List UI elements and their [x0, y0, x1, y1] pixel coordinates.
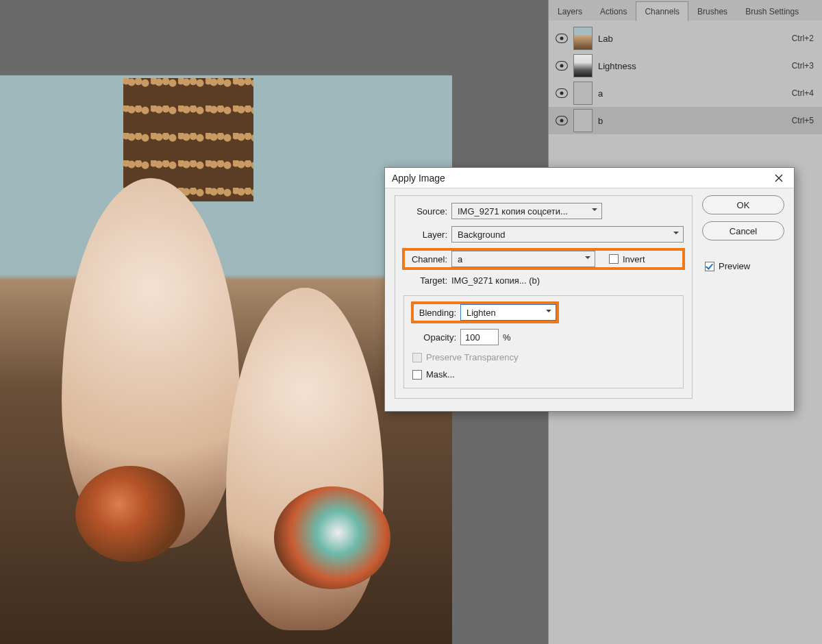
dialog-left-group: Source: IMG_9271 копия соцсети... Layer:…: [395, 195, 693, 399]
channel-shortcut: Ctrl+5: [792, 116, 814, 125]
visibility-icon[interactable]: [556, 116, 568, 125]
layer-label: Layer:: [403, 230, 447, 240]
channel-label: a: [598, 88, 786, 99]
visibility-icon[interactable]: [556, 61, 568, 71]
channel-thumb: [573, 54, 593, 77]
source-value: IMG_9271 копия соцсети...: [458, 206, 568, 216]
tab-layers[interactable]: Layers: [549, 1, 591, 21]
chevron-down-icon: [546, 310, 551, 315]
channel-shortcut: Ctrl+3: [792, 61, 814, 71]
dialog-title: Apply Image: [392, 173, 445, 184]
opacity-value: 100: [465, 332, 480, 343]
channel-row-lab[interactable]: Lab Ctrl+2: [549, 25, 822, 52]
cancel-button[interactable]: Cancel: [702, 221, 784, 240]
blending-value: Lighten: [466, 308, 496, 318]
channel-label: b: [598, 116, 786, 126]
ok-button[interactable]: OK: [702, 195, 784, 214]
channel-label: Lab: [598, 34, 786, 44]
blending-row-highlight: Blending: Lighten: [412, 303, 558, 322]
target-label: Target:: [403, 275, 447, 286]
source-label: Source:: [403, 206, 447, 216]
panel-tab-bar: Layers Actions Channels Brushes Brush Se…: [549, 0, 822, 21]
channel-shortcut: Ctrl+4: [792, 88, 814, 98]
visibility-icon[interactable]: [556, 34, 568, 43]
apply-image-dialog: Apply Image Source: IMG_9271 копия соцсе…: [384, 167, 795, 412]
preserve-transparency-label: Preserve Transparency: [426, 352, 518, 362]
channel-row-highlight: Channel: a Invert: [403, 249, 684, 269]
channel-thumb: [573, 27, 593, 50]
tab-channels[interactable]: Channels: [636, 1, 688, 21]
channel-row-a[interactable]: a Ctrl+4: [549, 79, 822, 107]
photo-decor: [274, 486, 390, 589]
mask-checkbox[interactable]: [412, 370, 422, 380]
opacity-input[interactable]: 100: [460, 329, 499, 345]
chevron-down-icon: [585, 256, 590, 262]
visibility-icon[interactable]: [556, 88, 568, 98]
blending-select[interactable]: Lighten: [460, 304, 556, 321]
close-icon[interactable]: [765, 169, 793, 188]
preview-checkbox[interactable]: [705, 262, 714, 271]
mask-label: Mask...: [426, 369, 455, 380]
channel-label: Lightness: [598, 61, 786, 71]
channel-row-b[interactable]: b Ctrl+5: [549, 107, 822, 134]
layer-select[interactable]: Background: [451, 226, 684, 243]
channels-list: Lab Ctrl+2 Lightness Ctrl+3 a Ctrl+4 b C…: [549, 21, 822, 138]
channel-row-lightness[interactable]: Lightness Ctrl+3: [549, 52, 822, 79]
opacity-label: Opacity:: [412, 332, 456, 343]
preview-label: Preview: [719, 261, 750, 271]
chevron-down-icon: [673, 232, 679, 237]
blending-group: Blending: Lighten Opacity: 100 % Preserv: [403, 295, 684, 388]
channel-thumb: [573, 82, 593, 105]
invert-label: Invert: [623, 254, 645, 264]
source-select[interactable]: IMG_9271 копия соцсети...: [451, 203, 602, 219]
preserve-transparency-checkbox: [412, 353, 422, 362]
dialog-right-column: OK Cancel Preview: [702, 195, 784, 399]
blending-label: Blending:: [412, 308, 456, 318]
photo-decor: [75, 466, 185, 562]
tab-brush-settings[interactable]: Brush Settings: [736, 1, 808, 21]
tab-brushes[interactable]: Brushes: [688, 1, 736, 21]
channel-select[interactable]: a: [451, 251, 595, 267]
opacity-unit: %: [503, 332, 511, 343]
channel-label: Channel:: [403, 254, 447, 264]
invert-checkbox[interactable]: [609, 254, 619, 264]
target-value: IMG_9271 копия... (b): [451, 275, 540, 286]
tab-actions[interactable]: Actions: [591, 1, 636, 21]
channel-thumb: [573, 109, 593, 132]
channel-shortcut: Ctrl+2: [792, 34, 814, 43]
channel-value: a: [458, 254, 462, 264]
chevron-down-icon: [592, 208, 597, 214]
layer-value: Background: [458, 230, 505, 240]
dialog-titlebar[interactable]: Apply Image: [385, 168, 794, 188]
